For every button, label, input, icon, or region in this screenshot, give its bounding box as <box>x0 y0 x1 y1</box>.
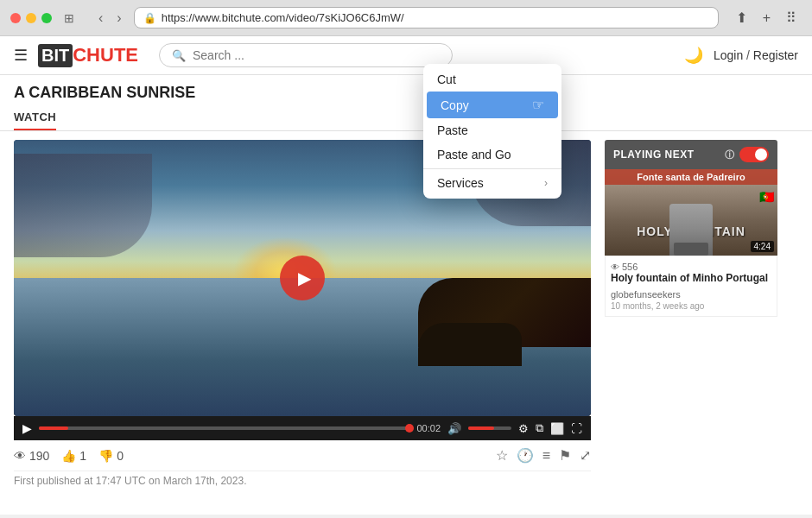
lock-icon: 🔒 <box>143 12 156 24</box>
video-stats: 👁 190 👍 1 👎 0 ☆ 🕐 ≡ ⚑ ⤢ <box>14 440 591 471</box>
list-button[interactable]: ≡ <box>542 447 550 464</box>
next-video-meta: 10 months, 2 weeks ago <box>611 301 771 311</box>
share-button[interactable]: ⬆ <box>731 8 752 28</box>
autoplay-toggle[interactable] <box>739 147 769 162</box>
cut-label: Cut <box>437 73 456 86</box>
watch-tab-label[interactable]: WATCH <box>14 105 56 130</box>
video-controls: ▶ 00:02 🔊 ⚙ ⧉ ⬜ ⛶ <box>14 416 591 440</box>
watch-tab: WATCH <box>0 105 812 131</box>
view-count-value: 190 <box>29 449 49 463</box>
back-button[interactable]: ‹ <box>93 9 108 28</box>
clock-button[interactable]: 🕐 <box>517 447 534 464</box>
content-area: ▶ ▶ 00:02 🔊 ⚙ ⧉ ⬜ ⛶ <box>0 131 812 499</box>
dark-mode-button[interactable]: 🌙 <box>684 46 703 65</box>
header-right: 🌙 Login / Register <box>684 46 798 65</box>
traffic-lights <box>10 13 52 23</box>
fullscreen-button[interactable]: ⛶ <box>571 422 582 435</box>
browser-titlebar: ⊞ ‹ › 🔒 ⬆ + ⠿ <box>0 0 812 35</box>
share-video-button[interactable]: ⤢ <box>580 447 591 464</box>
close-button[interactable] <box>10 13 21 23</box>
play-pause-button[interactable]: ▶ <box>22 421 32 435</box>
separator: / <box>746 48 750 62</box>
context-menu-copy[interactable]: Copy ☞ <box>427 92 558 118</box>
pip-button[interactable]: ⧉ <box>536 421 543 435</box>
playing-next-header: PLAYING NEXT ⓘ <box>605 140 777 169</box>
login-register-links: Login / Register <box>714 48 798 62</box>
logo-bit: BIT <box>38 44 73 67</box>
search-input[interactable] <box>193 48 440 62</box>
search-bar[interactable]: 🔍 <box>159 43 453 67</box>
dislike-count[interactable]: 👎 0 <box>98 449 124 463</box>
next-video-thumbnail[interactable]: Fonte santa de Padreiro 🇵🇹 HOLY FOUNTAIN… <box>605 169 777 256</box>
toggle-knob <box>755 148 767 161</box>
site-header: ☰ BIT CHUTE 🔍 🌙 Login / Register <box>0 36 812 75</box>
fountain-basin <box>674 243 708 256</box>
browser-nav: ‹ › <box>93 9 127 28</box>
site-logo[interactable]: BIT CHUTE <box>38 44 138 67</box>
volume-button[interactable]: 🔊 <box>447 422 461 435</box>
volume-fill <box>468 426 494 430</box>
like-count-value: 1 <box>79 449 86 463</box>
video-actions: ☆ 🕐 ≡ ⚑ ⤢ <box>496 447 591 464</box>
paste-go-label: Paste and Go <box>437 148 511 161</box>
eye-icon-small: 👁 <box>611 262 619 272</box>
page: ☰ BIT CHUTE 🔍 🌙 Login / Register A CARIB… <box>0 36 812 515</box>
minimize-button[interactable] <box>26 13 36 23</box>
next-video-channel[interactable]: globefunseekers <box>611 289 771 300</box>
play-button[interactable]: ▶ <box>280 256 325 300</box>
progress-bar[interactable] <box>39 426 409 430</box>
new-tab-button[interactable]: + <box>758 8 776 28</box>
context-menu-paste[interactable]: Paste <box>423 118 561 142</box>
search-icon: 🔍 <box>172 49 186 62</box>
services-arrow: › <box>544 177 548 189</box>
progress-dot <box>405 424 414 433</box>
portugal-flag: 🇵🇹 <box>759 190 774 204</box>
cursor-icon: ☞ <box>532 97 544 113</box>
browser-actions: ⬆ + ⠿ <box>731 8 802 28</box>
like-count[interactable]: 👍 1 <box>61 449 86 463</box>
hamburger-menu[interactable]: ☰ <box>14 46 28 65</box>
flag-button[interactable]: ⚑ <box>559 447 571 464</box>
context-menu-services[interactable]: Services › <box>423 171 561 195</box>
eye-icon: 👁 <box>14 449 26 463</box>
context-menu-divider <box>423 168 561 169</box>
cc-button[interactable]: ⬜ <box>550 422 564 435</box>
register-link[interactable]: Register <box>753 48 798 62</box>
settings-button[interactable]: ⚙ <box>518 422 529 435</box>
context-menu-cut[interactable]: Cut <box>423 67 561 92</box>
thumbs-up-icon: 👍 <box>61 449 76 463</box>
sidebar: PLAYING NEXT ⓘ Fonte santa de Padreiro 🇵… <box>605 140 777 490</box>
login-link[interactable]: Login <box>714 48 743 62</box>
address-bar-wrapper[interactable]: 🔒 <box>134 7 719 28</box>
dislike-count-value: 0 <box>117 449 124 463</box>
time-display: 00:02 <box>416 423 441 433</box>
star-button[interactable]: ☆ <box>496 447 508 464</box>
extensions-button[interactable]: ⠿ <box>781 8 802 28</box>
thumbs-down-icon: 👎 <box>98 449 113 463</box>
page-title-area: A CARIBBEAN SUNRISE <box>0 75 812 105</box>
paste-label: Paste <box>437 123 468 137</box>
next-video-view-count: 556 <box>622 262 638 272</box>
playing-next-label: PLAYING NEXT <box>613 148 720 161</box>
address-bar[interactable] <box>162 11 709 24</box>
sidebar-toggle-button[interactable]: ⊞ <box>59 9 79 27</box>
next-video-views: 👁 556 <box>611 262 771 272</box>
play-icon: ▶ <box>298 268 311 288</box>
progress-fill <box>39 426 68 430</box>
thumbnail-title-overlay: Fonte santa de Padreiro <box>605 169 777 185</box>
copy-label: Copy <box>441 98 469 112</box>
logo-chute: CHUTE <box>73 44 138 66</box>
published-date: First published at 17:47 UTC on March 17… <box>14 471 591 490</box>
forward-button[interactable]: › <box>111 9 126 28</box>
volume-bar[interactable] <box>468 426 511 430</box>
context-menu-paste-go[interactable]: Paste and Go <box>423 142 561 167</box>
view-count: 👁 190 <box>14 449 49 463</box>
page-title: A CARIBBEAN SUNRISE <box>14 84 798 102</box>
video-duration-badge: 4:24 <box>751 241 774 252</box>
maximize-button[interactable] <box>41 13 52 23</box>
next-video-title[interactable]: Holy fountain of Minho Portugal <box>611 272 771 286</box>
services-label: Services <box>437 176 484 190</box>
rocks <box>418 323 522 366</box>
cloud-left <box>14 154 152 257</box>
info-icon: ⓘ <box>725 148 734 161</box>
